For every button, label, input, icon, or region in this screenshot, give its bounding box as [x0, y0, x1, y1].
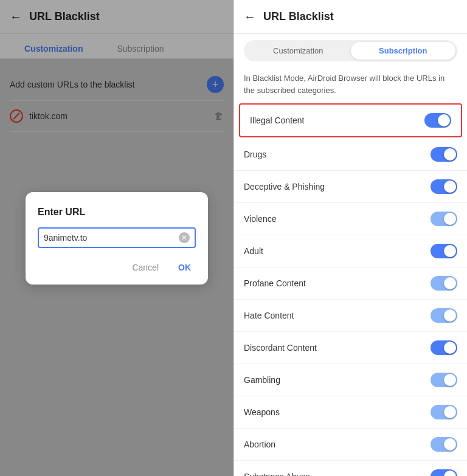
toggle-knob [444, 213, 456, 225]
categories-list: DrugsDeceptive & PhishingViolenceAdultPr… [234, 139, 467, 476]
toggle-knob [444, 374, 456, 386]
toggle-knob [444, 309, 456, 322]
toggle-knob [444, 148, 456, 160]
dialog-input-wrapper[interactable]: ✕ [38, 227, 196, 248]
toggle-label: Gambling [244, 375, 280, 385]
toggle-label: Violence [244, 214, 276, 224]
dialog-cancel-button[interactable]: Cancel [127, 260, 164, 275]
toggle-knob [444, 406, 456, 418]
right-back-button[interactable]: ← [244, 10, 256, 24]
right-tab-subscription[interactable]: Subscription [351, 42, 456, 60]
toggle-label: Weapons [244, 407, 280, 417]
toggle-label: Substance Abuse [244, 472, 310, 476]
enter-url-dialog: Enter URL ✕ Cancel OK [26, 192, 208, 285]
toggle-row: Deceptive & Phishing [234, 171, 467, 203]
toggle-switch[interactable] [431, 276, 457, 291]
toggle-row: Profane Content [234, 267, 467, 300]
toggle-row-illegal-content: Illegal Content [240, 105, 461, 136]
toggle-label: Drugs [244, 150, 266, 159]
toggle-row: Substance Abuse [234, 461, 467, 476]
toggle-knob [444, 438, 456, 450]
toggle-row: Abortion [234, 429, 467, 461]
toggle-switch[interactable] [431, 340, 457, 355]
toggle-row: Violence [234, 203, 467, 235]
clear-input-button[interactable]: ✕ [179, 232, 190, 243]
toggle-row: Discordant Content [234, 332, 467, 364]
subscription-description: In Blacklist Mode, AirDroid Browser will… [234, 67, 467, 103]
toggle-row: Adult [234, 235, 467, 267]
right-panel: ← URL Blacklist Customization Subscripti… [234, 0, 467, 476]
illegal-content-section: Illegal Content [239, 103, 462, 137]
toggle-knob [444, 245, 456, 257]
toggle-label-illegal-content: Illegal Content [250, 116, 305, 125]
right-header: ← URL Blacklist [234, 0, 467, 34]
dialog-title: Enter URL [38, 207, 196, 218]
toggle-illegal-content[interactable] [424, 113, 451, 128]
toggle-knob [438, 114, 450, 126]
toggle-knob [444, 471, 456, 476]
toggle-switch[interactable] [431, 405, 457, 419]
toggle-label: Hate Content [244, 311, 294, 320]
dialog-ok-button[interactable]: OK [173, 260, 196, 275]
toggle-row: Hate Content [234, 300, 467, 332]
toggle-switch[interactable] [431, 147, 457, 162]
toggle-switch[interactable] [431, 212, 457, 226]
toggle-label: Adult [244, 246, 263, 256]
toggle-switch[interactable] [431, 437, 457, 452]
toggle-row: Weapons [234, 396, 467, 429]
right-tab-customization[interactable]: Customization [246, 42, 351, 60]
toggle-switch[interactable] [431, 469, 457, 476]
right-tab-bar: Customization Subscription [244, 40, 457, 61]
dialog-actions: Cancel OK [38, 260, 196, 275]
toggle-label: Abortion [244, 440, 275, 449]
toggle-label: Deceptive & Phishing [244, 182, 325, 191]
toggle-switch[interactable] [431, 308, 457, 323]
toggle-row: Gambling [234, 364, 467, 396]
toggle-label: Profane Content [244, 278, 306, 288]
toggle-knob [444, 181, 456, 193]
toggle-knob [444, 277, 456, 289]
url-input[interactable] [44, 233, 179, 243]
toggle-knob [444, 342, 456, 354]
left-panel: ← URL Blacklist Customization Subscripti… [0, 0, 234, 476]
toggle-switch[interactable] [431, 179, 457, 194]
toggle-switch[interactable] [431, 244, 457, 258]
toggle-label: Discordant Content [244, 343, 317, 353]
right-page-title: URL Blacklist [263, 10, 334, 23]
toggle-switch[interactable] [431, 373, 457, 387]
toggle-row: Drugs [234, 139, 467, 171]
dialog-overlay: Enter URL ✕ Cancel OK [0, 0, 234, 476]
